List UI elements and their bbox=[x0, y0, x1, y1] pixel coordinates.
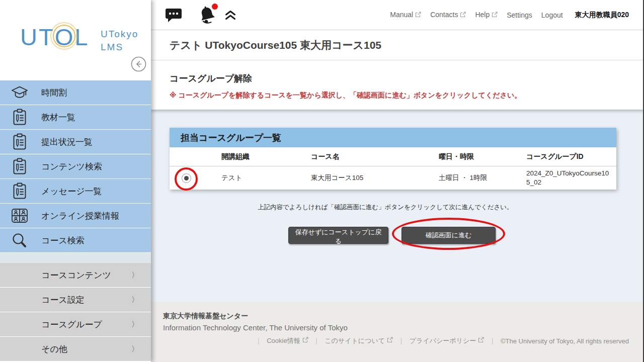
nav-link-settings[interactable]: Settings bbox=[507, 11, 532, 19]
collapse-up-icon[interactable] bbox=[224, 9, 236, 21]
chevron-right-icon: 〉 bbox=[131, 295, 139, 305]
sidebar-course-menu: コースコンテンツ 〉 コース設定 〉 コースグループ 〉 その他 〉 bbox=[0, 263, 151, 361]
logo-subtitle-line1: UTokyo bbox=[101, 28, 138, 41]
sidebar-item-timetable[interactable]: 時間割 bbox=[0, 80, 151, 105]
nav-link-label: Manual bbox=[390, 11, 413, 19]
panel-title: 担当コースグループ一覧 bbox=[170, 128, 616, 147]
column-header: コース名 bbox=[311, 152, 439, 161]
topbar-nav: Manual Contacts He bbox=[390, 11, 629, 20]
cell-group-id: 2024_Z0_UTokyoCourse105_02 bbox=[526, 169, 616, 187]
logo-area: UTOL UTokyo LMS bbox=[0, 0, 151, 80]
course-title: テスト UTokyoCourse105 東大用コース105 bbox=[170, 38, 381, 52]
sidebar-item-submission-status[interactable]: 提出状況一覧 bbox=[0, 130, 151, 154]
chevron-right-icon: 〉 bbox=[131, 344, 139, 354]
online-class-icon bbox=[11, 207, 28, 224]
footer-separator: ｜ bbox=[313, 336, 320, 345]
footer-org-en: Information Technology Center, The Unive… bbox=[163, 323, 629, 332]
table-row: テスト 東大用コース105 土曜日 ・ 1時限 2024_Z0_UTokyoCo… bbox=[170, 166, 616, 190]
sidebar-item-content-search[interactable]: コンテンツ検索 bbox=[0, 154, 151, 178]
column-header: 開講組織 bbox=[221, 152, 311, 161]
sidebar-item-course-contents[interactable]: コースコンテンツ 〉 bbox=[0, 263, 151, 287]
notification-badge bbox=[212, 4, 218, 10]
sidebar-item-message-list[interactable]: メッセージ一覧 bbox=[0, 179, 151, 203]
message-icon[interactable] bbox=[165, 8, 182, 23]
topbar: Manual Contacts He bbox=[151, 0, 644, 30]
instruction-note: ※ コースグループを解除するコースを一覧から選択し、「確認画面に進む」ボタンをク… bbox=[170, 91, 644, 100]
footer: 東京大学情報基盤センター Information Technology Cent… bbox=[151, 302, 644, 362]
logo-text: UTOL bbox=[20, 24, 89, 50]
page-title: コースグループ解除 bbox=[170, 72, 644, 84]
column-header: コースグループID bbox=[526, 152, 616, 161]
main-area: Manual Contacts He bbox=[151, 0, 644, 362]
footer-link-label: プライバシーポリシー bbox=[410, 336, 476, 345]
sidebar-collapse-button[interactable] bbox=[131, 56, 146, 72]
footer-separator: ｜ bbox=[255, 336, 262, 345]
sidebar-item-label: コースコンテンツ bbox=[41, 269, 111, 281]
external-link-icon bbox=[302, 337, 308, 344]
footer-separator: ｜ bbox=[489, 336, 496, 345]
back-arrow-circle-icon bbox=[131, 66, 146, 73]
cell-course-name: 東大用コース105 bbox=[311, 173, 439, 183]
chevron-right-icon: 〉 bbox=[131, 320, 139, 329]
nav-link-label: Contacts bbox=[430, 11, 458, 19]
sidebar-item-label: メッセージ一覧 bbox=[41, 186, 102, 197]
graduation-cap-icon bbox=[11, 84, 28, 101]
nav-link-manual[interactable]: Manual bbox=[390, 11, 421, 19]
nav-link-logout[interactable]: Logout bbox=[541, 11, 563, 19]
cell-org: テスト bbox=[221, 173, 311, 183]
notification-bell-icon[interactable] bbox=[198, 5, 216, 25]
footer-links: ｜ Cookie情報 ｜ このサイトについて bbox=[163, 336, 629, 345]
external-link-icon bbox=[492, 11, 498, 19]
sidebar-item-label: 提出状況一覧 bbox=[41, 136, 93, 148]
clipboard-icon bbox=[11, 133, 28, 150]
sidebar-item-online-class-info[interactable]: オンライン授業情報 bbox=[0, 204, 151, 228]
nav-link-label: Settings bbox=[507, 11, 532, 19]
utol-screen: UTOL UTokyo LMS bbox=[0, 0, 644, 362]
logo-o-ring: O bbox=[55, 25, 75, 49]
utol-logo: UTOL UTokyo LMS bbox=[20, 25, 89, 49]
section-block: コースグループ解除 ※ コースグループを解除するコースを一覧から選択し、「確認画… bbox=[151, 60, 644, 100]
logo-subtitle-line2: LMS bbox=[101, 41, 138, 54]
footer-copyright: ©The University of Tokyo, All rights res… bbox=[501, 337, 629, 345]
external-link-icon bbox=[415, 11, 421, 19]
page-header: テスト UTokyoCourse105 東大用コース105 コースグループ解除 … bbox=[151, 30, 644, 110]
sidebar: UTOL UTokyo LMS bbox=[0, 0, 151, 362]
footer-link-privacy-policy[interactable]: プライバシーポリシー bbox=[410, 336, 484, 345]
column-header: 曜日・時限 bbox=[439, 152, 526, 161]
course-group-panel: 担当コースグループ一覧 開講組織 コース名 曜日・時限 コースグループID テス… bbox=[170, 128, 616, 190]
username: 東大用教職員020 bbox=[575, 11, 629, 20]
nav-link-label: Help bbox=[475, 11, 490, 19]
sidebar-main-menu: 時間割 教材一覧 bbox=[0, 80, 151, 252]
sidebar-item-label: コース検索 bbox=[41, 235, 85, 246]
sidebar-item-label: オンライン授業情報 bbox=[41, 210, 119, 222]
external-link-icon bbox=[460, 11, 466, 19]
logo-ut: UT bbox=[20, 24, 55, 50]
proceed-to-confirm-button[interactable]: 確認画面に進む bbox=[401, 227, 496, 244]
footer-link-about[interactable]: このサイトについて bbox=[325, 336, 393, 345]
table-header-row: 開講組織 コース名 曜日・時限 コースグループID bbox=[170, 147, 616, 166]
sidebar-item-label: コースグループ bbox=[41, 319, 102, 330]
sidebar-group-divider bbox=[0, 253, 151, 263]
sidebar-item-materials[interactable]: 教材一覧 bbox=[0, 105, 151, 129]
back-to-course-top-button[interactable]: 保存せずにコーストップに戻る bbox=[288, 227, 388, 244]
sidebar-item-label: コース設定 bbox=[41, 294, 85, 306]
course-radio-selected[interactable] bbox=[182, 173, 191, 183]
sidebar-item-course-search[interactable]: コース検索 bbox=[0, 228, 151, 252]
cell-day-period: 土曜日 ・ 1時限 bbox=[439, 173, 526, 183]
sidebar-item-others[interactable]: その他 〉 bbox=[0, 337, 151, 361]
sidebar-item-course-settings[interactable]: コース設定 〉 bbox=[0, 288, 151, 312]
course-title-row: テスト UTokyoCourse105 東大用コース105 bbox=[151, 30, 644, 60]
sidebar-item-course-group[interactable]: コースグループ 〉 bbox=[0, 312, 151, 336]
external-link-icon bbox=[387, 337, 393, 344]
chevron-right-icon: 〉 bbox=[131, 270, 139, 280]
nav-link-contacts[interactable]: Contacts bbox=[430, 11, 466, 19]
search-icon bbox=[11, 232, 28, 249]
confirm-instruction: 上記内容でよろしければ「確認画面に進む」ボタンをクリックして次に進んでください。 bbox=[258, 203, 513, 212]
footer-link-label: このサイトについて bbox=[325, 336, 385, 345]
content-area: 担当コースグループ一覧 開講組織 コース名 曜日・時限 コースグループID テス… bbox=[151, 110, 644, 302]
footer-link-cookie[interactable]: Cookie情報 bbox=[267, 336, 308, 345]
sidebar-item-label: コンテンツ検索 bbox=[41, 161, 102, 172]
nav-link-help[interactable]: Help bbox=[475, 11, 498, 19]
nav-link-label: Logout bbox=[541, 11, 563, 19]
sidebar-item-label: 時間割 bbox=[41, 87, 67, 99]
